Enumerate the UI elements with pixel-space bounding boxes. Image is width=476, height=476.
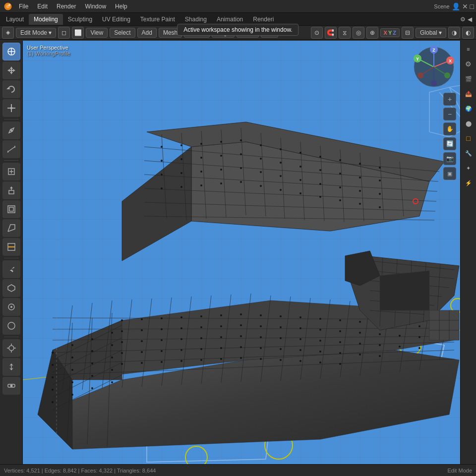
add-menu[interactable]: Add bbox=[137, 28, 157, 38]
maximize-icon[interactable]: □ bbox=[470, 2, 474, 10]
move-tool-btn[interactable] bbox=[2, 61, 20, 79]
cursor-tool-btn[interactable] bbox=[2, 43, 20, 60]
svg-point-176 bbox=[52, 401, 54, 403]
transform-orientation-icon[interactable]: ⊕ bbox=[366, 27, 378, 39]
svg-point-30 bbox=[9, 346, 14, 351]
menu-edit[interactable]: Edit bbox=[33, 2, 52, 11]
tab-texture-paint[interactable]: Texture Paint bbox=[135, 14, 180, 25]
global-dropdown[interactable]: Global ▾ bbox=[416, 28, 446, 38]
extrude-tool-btn[interactable] bbox=[2, 181, 20, 199]
shading-icon[interactable]: ◐ bbox=[462, 27, 474, 39]
settings-icon[interactable]: ⚙ bbox=[460, 16, 466, 23]
svg-point-178 bbox=[91, 387, 93, 389]
snap-icon[interactable]: 🧲 bbox=[325, 27, 337, 39]
overlay-icon[interactable]: ◑ bbox=[448, 27, 460, 39]
svg-point-243 bbox=[379, 355, 381, 357]
pan-btn[interactable]: ✋ bbox=[443, 122, 456, 135]
front-view-btn[interactable]: ▣ bbox=[443, 167, 456, 180]
physics-props-btn[interactable]: ⚡ bbox=[462, 177, 475, 189]
svg-point-247 bbox=[180, 360, 182, 362]
close-icon[interactable]: ✕ bbox=[462, 2, 468, 10]
svg-marker-26 bbox=[8, 285, 15, 292]
svg-point-236 bbox=[240, 346, 242, 348]
y-axis-label: Y bbox=[388, 30, 392, 36]
edge-menu[interactable]: Edge bbox=[212, 28, 235, 38]
svg-point-292 bbox=[417, 72, 423, 78]
modifier-props-btn[interactable]: 🔧 bbox=[462, 147, 475, 160]
svg-point-122 bbox=[319, 196, 321, 198]
tab-sculpting[interactable]: Sculpting bbox=[63, 14, 97, 25]
svg-point-107 bbox=[260, 171, 262, 173]
measure-tool-btn[interactable] bbox=[2, 140, 20, 158]
svg-point-191 bbox=[339, 319, 341, 321]
tab-layout[interactable]: Layout bbox=[1, 14, 29, 25]
viewport-info: User Perspective (1) WorkingProfile bbox=[27, 45, 70, 57]
tab-modeling[interactable]: Modeling bbox=[29, 14, 63, 25]
loop-cut-tool-btn[interactable] bbox=[2, 238, 20, 256]
smooth-tool-btn[interactable] bbox=[2, 317, 20, 335]
wire-mode-icon[interactable]: ⬜ bbox=[72, 27, 84, 39]
spin-tool-btn[interactable] bbox=[2, 298, 20, 316]
face-menu[interactable]: Face bbox=[237, 28, 259, 38]
navigation-gizmo[interactable]: X Y Z bbox=[412, 45, 456, 89]
world-props-btn[interactable]: ⬤ bbox=[462, 117, 475, 130]
svg-point-201 bbox=[200, 326, 202, 328]
knife-tool-btn[interactable] bbox=[2, 260, 20, 278]
svg-point-90 bbox=[161, 160, 163, 162]
solid-mode-icon[interactable]: ◻ bbox=[58, 27, 70, 39]
object-props-btn[interactable]: □ bbox=[462, 132, 475, 145]
viewport[interactable]: User Perspective (1) WorkingProfile X Y … bbox=[23, 41, 460, 464]
tab-shading[interactable]: Shading bbox=[180, 14, 212, 25]
add-cube-tool-btn[interactable] bbox=[2, 163, 20, 180]
svg-point-231 bbox=[141, 351, 143, 353]
svg-point-215 bbox=[141, 340, 143, 342]
particles-props-btn[interactable]: ✦ bbox=[462, 162, 475, 175]
inset-tool-btn[interactable] bbox=[2, 200, 20, 218]
bevel-tool-btn[interactable] bbox=[2, 219, 20, 237]
zoom-out-btn[interactable]: − bbox=[443, 108, 456, 120]
slide-tool-btn[interactable] bbox=[2, 377, 20, 395]
svg-point-95 bbox=[260, 158, 262, 160]
rotate-tool-btn[interactable] bbox=[2, 80, 20, 98]
menu-render[interactable]: Render bbox=[53, 2, 80, 11]
tab-renderi[interactable]: Renderi bbox=[248, 14, 279, 25]
mirror-icon[interactable]: ⧖ bbox=[339, 27, 351, 39]
svg-point-171 bbox=[111, 357, 113, 358]
svg-point-233 bbox=[180, 349, 182, 351]
render-props-btn[interactable]: 🎬 bbox=[462, 72, 475, 85]
push-pull-btn[interactable] bbox=[2, 358, 20, 376]
select-menu[interactable]: Select bbox=[110, 28, 135, 38]
shrink-fatten-btn[interactable] bbox=[2, 339, 20, 357]
tab-animation[interactable]: Animation bbox=[212, 14, 248, 25]
menu-file[interactable]: File bbox=[15, 2, 32, 11]
scale-tool-btn[interactable] bbox=[2, 99, 20, 117]
mesh-menu[interactable]: Mesh bbox=[159, 28, 182, 38]
tab-uv-editing[interactable]: UV Editing bbox=[97, 14, 135, 25]
select-mode-icon[interactable]: ◈ bbox=[2, 27, 14, 39]
outliner-btn[interactable]: ≡ bbox=[462, 43, 475, 56]
header-extra-icon[interactable]: ⊟ bbox=[402, 27, 414, 39]
zoom-in-btn[interactable]: + bbox=[443, 93, 456, 106]
svg-point-111 bbox=[339, 186, 341, 188]
transform-pivot-icon[interactable]: ◎ bbox=[353, 27, 364, 39]
poly-build-tool-btn[interactable] bbox=[2, 279, 20, 297]
uv-menu[interactable]: UV bbox=[261, 28, 278, 38]
scene-props-btn[interactable]: 🌍 bbox=[462, 102, 475, 115]
vertex-menu[interactable]: Vertex bbox=[184, 28, 210, 38]
edit-mode-dropdown[interactable]: Edit Mode ▾ bbox=[16, 28, 56, 38]
annotate-tool-btn[interactable] bbox=[2, 121, 20, 139]
camera-btn[interactable]: 📷 bbox=[443, 152, 456, 165]
output-props-btn[interactable]: 📤 bbox=[462, 87, 475, 100]
svg-point-93 bbox=[220, 155, 222, 157]
svg-point-237 bbox=[260, 347, 262, 349]
properties-btn[interactable]: ⚙ bbox=[462, 58, 475, 70]
proportional-edit-icon[interactable]: ⊙ bbox=[311, 27, 323, 39]
svg-point-115 bbox=[180, 186, 182, 188]
menu-help[interactable]: Help bbox=[111, 2, 131, 11]
svg-point-204 bbox=[260, 325, 262, 327]
svg-point-91 bbox=[180, 158, 182, 160]
view-menu[interactable]: View bbox=[86, 28, 108, 38]
expand-icon[interactable]: ◀ bbox=[468, 16, 472, 23]
orbit-btn[interactable]: 🔄 bbox=[443, 137, 456, 150]
menu-window[interactable]: Window bbox=[81, 2, 110, 11]
